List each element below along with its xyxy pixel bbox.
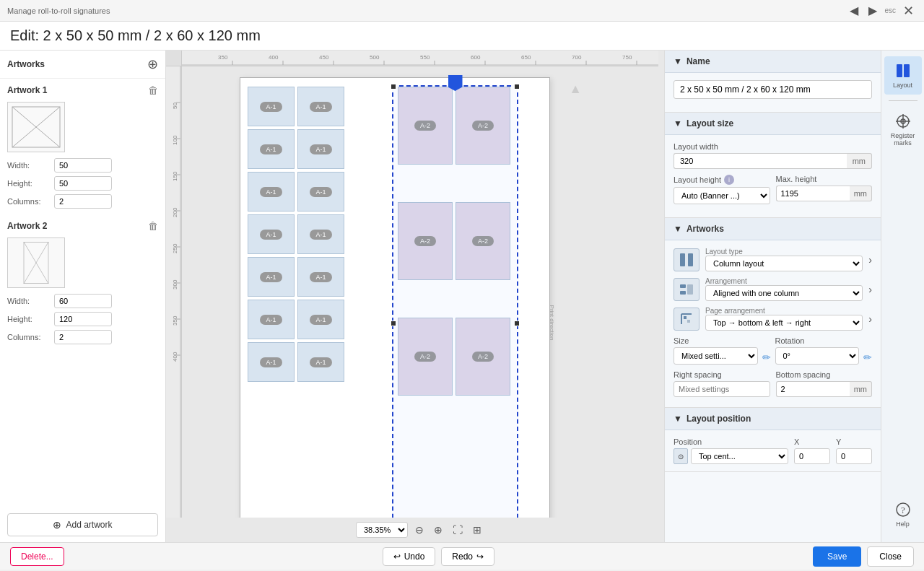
add-artwork-plus-icon: ⊕ xyxy=(53,519,61,531)
register-marks-icon-label: Register marks xyxy=(887,132,919,147)
name-input[interactable] xyxy=(674,80,872,99)
redo-button[interactable]: Redo ↪ xyxy=(441,547,494,566)
svg-text:350: 350 xyxy=(218,54,228,61)
svg-text:450: 450 xyxy=(319,54,329,61)
artwork-cell-a1-4: A-1 xyxy=(297,129,344,169)
print-direction-label: Print direction xyxy=(549,305,555,341)
add-artwork-label: Add artwork xyxy=(66,520,112,530)
svg-rect-46 xyxy=(687,284,693,295)
arrangement-select[interactable]: Aligned with one column xyxy=(705,285,863,301)
nav-forward-button[interactable]: ▶ xyxy=(866,2,880,19)
page-arrangement-select[interactable]: Top → bottom & left → right xyxy=(705,315,863,331)
max-height-unit: mm xyxy=(850,186,872,201)
right-spacing-input[interactable] xyxy=(674,381,770,397)
artwork-cell-a1-10: A-1 xyxy=(297,257,344,297)
name-section-header[interactable]: ▼ Name xyxy=(665,51,881,73)
artwork-label: A-1 xyxy=(260,230,282,240)
rotation-select[interactable]: 0° xyxy=(775,347,860,365)
position-select[interactable]: Top cent... xyxy=(691,448,788,464)
artwork-1-delete-button[interactable]: 🗑 xyxy=(148,84,158,96)
vertical-ruler: 50 100 150 200 250 300 350 400 xyxy=(166,66,182,518)
artwork-2-width-input[interactable] xyxy=(54,294,112,308)
artwork-label: A-2 xyxy=(414,352,436,362)
name-input-row xyxy=(674,80,872,99)
bottom-spacing-input[interactable] xyxy=(776,381,850,397)
arrangement-icon xyxy=(674,278,699,301)
zoom-in-button[interactable]: ⊕ xyxy=(431,523,445,537)
left-panel: Artworks ⊕ Artwork 1 🗑 Width: xyxy=(0,51,166,542)
arrangement-expand-button[interactable]: › xyxy=(868,284,872,295)
layout-type-label: Layout type xyxy=(705,248,863,256)
artwork-cell-a2-4: A-2 xyxy=(456,202,510,280)
artwork-label: A-1 xyxy=(310,357,331,367)
layout-type-expand-button[interactable]: › xyxy=(868,254,872,266)
artwork-2-section: Artwork 2 🗑 Width: Height: xyxy=(7,220,158,344)
right-panel: ▼ Name ▼ Layout size Layout width xyxy=(664,51,881,542)
artwork-2-height-input[interactable] xyxy=(54,312,112,326)
canvas-content[interactable]: A-1 A-1 A-1 A-1 A-1 A-1 A-1 xyxy=(182,66,658,518)
rotation-edit-button[interactable]: ✏ xyxy=(863,352,872,365)
add-artwork-button[interactable]: ⊕ Add artwork xyxy=(7,513,158,536)
selection-handle-mr xyxy=(514,321,520,326)
layout-width-unit: mm xyxy=(847,153,872,169)
arrangement-select-col: Arrangement Aligned with one column xyxy=(705,277,863,301)
add-artwork-icon-button[interactable]: ⊕ xyxy=(147,56,158,72)
undo-button[interactable]: ↩ Undo xyxy=(383,547,436,566)
zoom-select[interactable]: 38.35% xyxy=(356,522,408,538)
main-layout: Artworks ⊕ Artwork 1 🗑 Width: xyxy=(0,51,924,542)
layout-width-row: Layout width mm xyxy=(674,142,872,169)
spacing-row: Right spacing Bottom spacing mm xyxy=(674,370,872,397)
layout-width-input[interactable] xyxy=(674,153,847,169)
artworks-section-header[interactable]: ▼ Artworks xyxy=(665,218,881,240)
artwork-cell-a1-8: A-1 xyxy=(297,214,344,254)
artworks-section-title: Artworks xyxy=(687,224,724,234)
scroll-arrow-up[interactable]: ▲ xyxy=(569,82,582,97)
artworks-section-arrow: ▼ xyxy=(674,224,682,234)
layout-position-section-header[interactable]: ▼ Layout position xyxy=(665,408,881,430)
register-marks-icon-button[interactable]: Register marks xyxy=(884,107,922,152)
artwork-2-width-label: Width: xyxy=(7,297,54,305)
layout-type-select[interactable]: Column layout xyxy=(705,256,863,271)
top-bar: Manage roll-to-roll signatures ◀ ▶ esc ✕ xyxy=(0,0,924,22)
max-height-input[interactable] xyxy=(776,186,850,201)
nav-back-button[interactable]: ◀ xyxy=(847,2,861,19)
zoom-out-button[interactable]: ⊖ xyxy=(412,523,427,537)
artwork-2-columns-input[interactable] xyxy=(54,330,112,344)
help-icon-button[interactable]: ? Help xyxy=(884,495,922,533)
x-input[interactable] xyxy=(794,448,830,464)
artwork-cell-a1-13: A-1 xyxy=(248,342,295,382)
artwork-1-preview-svg xyxy=(11,105,61,149)
artwork-label: A-2 xyxy=(472,352,494,362)
artwork-1-width-row: Width: xyxy=(7,158,158,173)
zoom-actual-button[interactable]: ⊞ xyxy=(470,523,484,537)
redo-label: Redo xyxy=(452,552,473,562)
size-edit-button[interactable]: ✏ xyxy=(762,352,771,365)
position-icon: ⊙ xyxy=(674,448,688,464)
artworks-title: Artworks xyxy=(7,59,45,69)
y-input[interactable] xyxy=(836,448,872,464)
artwork-2-height-row: Height: xyxy=(7,312,158,326)
page-arrangement-expand-button[interactable]: › xyxy=(868,313,872,325)
close-top-button[interactable]: ✕ xyxy=(900,1,917,20)
delete-button[interactable]: Delete... xyxy=(10,547,64,566)
artwork-label: A-1 xyxy=(310,230,331,240)
layout-icon-label: Layout xyxy=(893,82,912,89)
size-select[interactable]: Mixed setti... xyxy=(674,347,758,365)
layout-height-select[interactable]: Auto (Banner ...) xyxy=(674,187,770,204)
artwork-1-width-input[interactable] xyxy=(54,158,112,173)
artwork-2-delete-button[interactable]: 🗑 xyxy=(148,220,158,232)
layout-type-icon xyxy=(674,248,699,271)
zoom-fit-button[interactable]: ⛶ xyxy=(450,523,466,537)
close-button[interactable]: Close xyxy=(867,546,914,567)
artwork-cell-a1-3: A-1 xyxy=(248,129,295,169)
size-label: Size xyxy=(674,336,758,345)
svg-rect-42 xyxy=(680,253,685,266)
page-arrangement-label: Page arrangement xyxy=(705,307,863,315)
artwork-1-columns-input[interactable] xyxy=(54,194,112,209)
artwork-1-height-input[interactable] xyxy=(54,176,112,191)
save-button[interactable]: Save xyxy=(813,546,861,567)
position-col: Position ⊙ Top cent... xyxy=(674,437,788,464)
layout-size-section-header[interactable]: ▼ Layout size xyxy=(665,113,881,135)
layout-icon-button[interactable]: Layout xyxy=(884,56,922,95)
arrangement-label: Arrangement xyxy=(705,277,863,285)
